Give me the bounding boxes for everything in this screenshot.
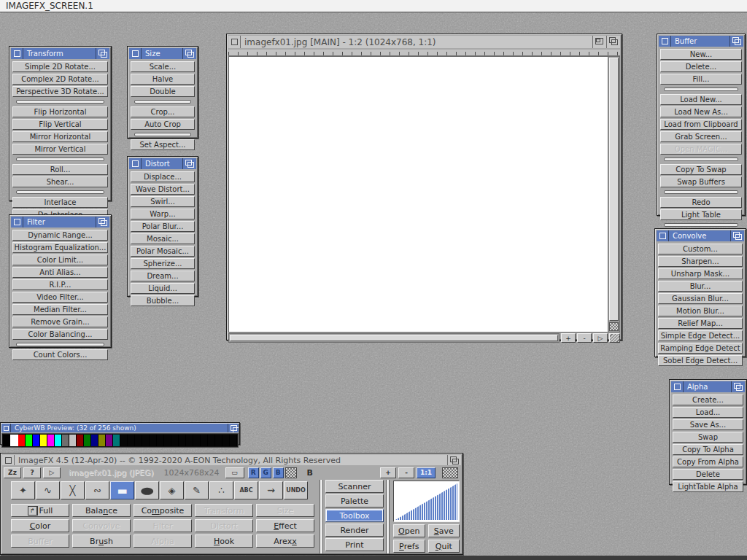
airbrush-tool-button[interactable]: ⇝	[259, 481, 283, 499]
alpha-button[interactable]: LightTable Alpha	[673, 481, 743, 492]
transform-button[interactable]: Simple 2D Rotate...	[12, 61, 108, 72]
mode-button[interactable]: Hook	[195, 534, 253, 548]
convolve-button[interactable]: Sobel Edge Detect...	[658, 355, 743, 366]
fill-tool-button[interactable]: ✎	[185, 481, 209, 499]
filter-button[interactable]: Dynamic Range...	[12, 230, 108, 241]
convolve-button[interactable]: Simple Edge Detect...	[658, 330, 743, 341]
zoom-in-button[interactable]: +	[561, 333, 576, 343]
convolve-button[interactable]: Blur...	[658, 281, 743, 292]
palette-swatch[interactable]	[120, 435, 128, 446]
filter-button[interactable]: Video Filter...	[12, 292, 108, 303]
size-button[interactable]: Set Aspect...	[131, 139, 195, 150]
distort-button[interactable]: Polar Mosaic...	[131, 246, 195, 257]
buffer-button[interactable]: Grab Screen...	[660, 131, 742, 142]
mode-button[interactable]: Effect	[256, 519, 314, 532]
main-titlebar[interactable]: imagefx01.jpg [MAIN] - 1:2 (1024x768, 1:…	[228, 36, 620, 48]
close-icon[interactable]	[671, 381, 684, 392]
buffer-button[interactable]: Copy To Swap	[660, 164, 742, 175]
palette-swatch[interactable]	[222, 435, 230, 446]
alpha-button[interactable]: Create...	[673, 394, 743, 405]
palette-swatch[interactable]	[10, 435, 18, 446]
transform-button[interactable]: Mirror Horizontal	[12, 131, 108, 142]
pan-button[interactable]: ▷	[593, 333, 608, 343]
distort-button[interactable]: Spherize...	[131, 258, 195, 269]
palette-swatch[interactable]	[18, 435, 26, 446]
section-button[interactable]: Palette	[325, 494, 384, 508]
help-button[interactable]: ?	[23, 467, 41, 478]
close-icon[interactable]	[11, 217, 23, 228]
file-button[interactable]: Save	[428, 524, 460, 537]
convolve-button[interactable]: Motion Blur...	[658, 306, 743, 316]
buffer-button[interactable]: Delete...	[660, 61, 742, 72]
close-icon[interactable]	[11, 48, 23, 59]
close-icon[interactable]	[129, 48, 142, 59]
palette-swatch[interactable]	[179, 435, 186, 446]
palette-swatch[interactable]	[208, 435, 215, 446]
iconify-button[interactable]: Zz	[4, 467, 21, 478]
depth-icon[interactable]	[447, 455, 461, 465]
buffer-button[interactable]: New...	[660, 49, 742, 60]
distort-button[interactable]: Mosaic...	[131, 233, 195, 244]
filter-button[interactable]: Color Balancing...	[12, 329, 108, 340]
distort-button[interactable]: Displace...	[131, 171, 195, 182]
size-button[interactable]: Double	[131, 86, 195, 97]
distort-button[interactable]: Wave Distort...	[131, 184, 195, 195]
convolve-button[interactable]: Unsharp Mask...	[658, 268, 743, 279]
palette-swatch[interactable]	[106, 435, 113, 446]
palette-swatch[interactable]	[164, 435, 171, 446]
section-button[interactable]: Render	[325, 524, 384, 537]
close-icon[interactable]	[1, 424, 11, 432]
buffer-button[interactable]: Load New...	[660, 94, 742, 105]
vertical-scrollbar[interactable]	[608, 56, 620, 332]
close-icon[interactable]	[2, 455, 15, 465]
file-button[interactable]: Quit	[428, 540, 460, 553]
transform-button[interactable]: Flip Vertical	[12, 119, 108, 130]
alpha-button[interactable]: Swap	[673, 432, 743, 443]
filter-button[interactable]: Histogram Equalization...	[12, 242, 108, 253]
transform-button[interactable]: Perspective 3D Rotate...	[12, 86, 108, 97]
palette-swatch[interactable]	[230, 435, 237, 446]
palette-swatch[interactable]	[98, 435, 106, 446]
red-channel-toggle[interactable]: R	[248, 467, 259, 478]
transform-button[interactable]: Roll...	[12, 164, 108, 175]
pan-grid-icon[interactable]	[609, 322, 619, 331]
palette-swatch[interactable]	[201, 435, 208, 446]
convolve-button[interactable]: Gaussian Blur...	[658, 293, 743, 304]
close-icon[interactable]	[228, 36, 241, 48]
palette-swatch[interactable]	[91, 435, 98, 446]
filter-button[interactable]: Count Colors...	[12, 349, 108, 360]
dither-pattern-icon[interactable]	[285, 467, 297, 478]
filter-button[interactable]: R.I.P...	[12, 279, 108, 290]
palette-swatch[interactable]	[135, 435, 142, 446]
palette-swatch[interactable]	[69, 435, 77, 446]
palette-swatch[interactable]	[150, 435, 157, 446]
transform-button[interactable]: Mirror Vertical	[12, 144, 108, 155]
filter-button[interactable]: Remove Grain...	[12, 316, 108, 327]
close-icon[interactable]	[657, 230, 669, 241]
close-icon[interactable]	[659, 36, 671, 47]
distort-button[interactable]: Swirl...	[131, 196, 195, 207]
oval-tool-button[interactable]: ●	[135, 481, 159, 499]
palette-swatch[interactable]	[26, 435, 33, 446]
depth-icon[interactable]	[228, 424, 239, 432]
palette-swatch[interactable]	[128, 435, 135, 446]
transform-button[interactable]: Flip Horizontal	[12, 106, 108, 117]
green-channel-toggle[interactable]: G	[260, 467, 271, 478]
mode-button[interactable]: Brush	[72, 534, 131, 548]
resize-corner[interactable]	[609, 333, 620, 343]
zoom-out-button[interactable]: -	[398, 467, 414, 478]
transform-button[interactable]: Complex 2D Rotate...	[12, 74, 108, 85]
freehand-tool-button[interactable]: ∿	[36, 481, 60, 499]
zoom-icon[interactable]	[592, 36, 606, 48]
palette-swatch[interactable]	[215, 435, 222, 446]
distort-button[interactable]: Warp...	[131, 209, 195, 219]
distort-button[interactable]: Liquid...	[131, 283, 195, 294]
image-canvas[interactable]	[228, 56, 608, 332]
zoom-in-button[interactable]: +	[380, 467, 396, 478]
buffer-button[interactable]: Redo	[660, 197, 742, 208]
convolve-button[interactable]: Ramping Edge Detect	[658, 343, 743, 354]
point-tool-button[interactable]: ✦	[11, 481, 35, 499]
filter-button[interactable]: Anti Alias...	[12, 267, 108, 278]
mode-button[interactable]: Arexx	[256, 534, 314, 548]
size-button[interactable]: Halve	[131, 74, 195, 85]
